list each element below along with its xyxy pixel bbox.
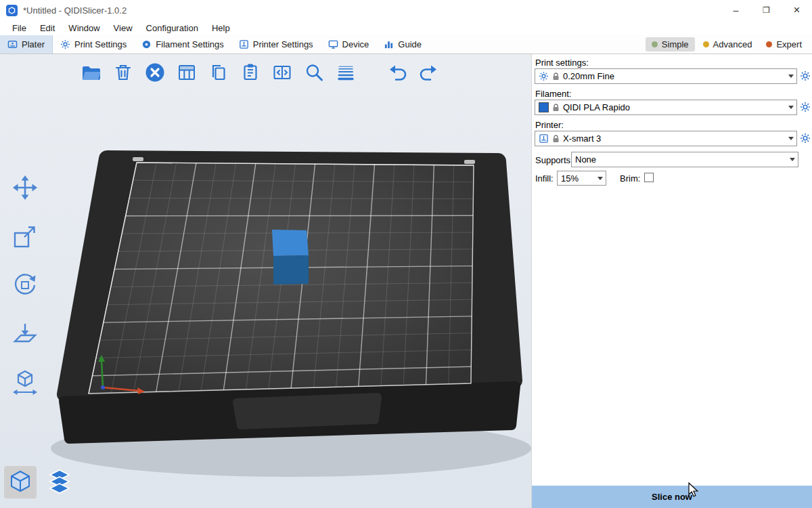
variable-layer-height-button[interactable] bbox=[333, 60, 359, 85]
printer-combo[interactable]: X-smart 3 bbox=[535, 131, 797, 146]
printer-value: X-smart 3 bbox=[563, 133, 601, 144]
printer-label: Printer: bbox=[535, 120, 564, 130]
guide-icon bbox=[384, 39, 394, 49]
tab-label: Guide bbox=[398, 39, 422, 49]
gear-icon bbox=[800, 133, 811, 144]
dropdown-arrow-icon bbox=[785, 100, 796, 114]
minimize-button[interactable]: – bbox=[721, 0, 751, 20]
delete-button[interactable] bbox=[110, 60, 136, 85]
open-button[interactable] bbox=[78, 60, 104, 85]
supports-label: Supports: bbox=[535, 155, 573, 165]
menu-help[interactable]: Help bbox=[205, 23, 237, 33]
window-controls: – ❐ × bbox=[721, 0, 812, 20]
split-button[interactable] bbox=[269, 60, 295, 85]
mode-advanced[interactable]: Advanced bbox=[697, 37, 759, 51]
tab-print-settings[interactable]: Print Settings bbox=[53, 35, 134, 54]
lock-icon bbox=[552, 72, 560, 81]
3d-view-cube-icon bbox=[7, 469, 34, 496]
filament-label: Filament: bbox=[535, 89, 571, 99]
plater-icon bbox=[7, 39, 18, 49]
mode-expert[interactable]: Expert bbox=[760, 37, 808, 51]
scale-tool-button[interactable] bbox=[8, 220, 42, 253]
menubar: File Edit Window View Configuration Help bbox=[0, 20, 812, 35]
slice-now-button[interactable]: Slice now bbox=[532, 486, 812, 508]
print-settings-value: 0.20mm Fine bbox=[563, 71, 614, 81]
tab-printer-settings[interactable]: Printer Settings bbox=[231, 35, 321, 54]
scale-icon bbox=[10, 221, 40, 251]
tab-label: Filament Settings bbox=[156, 39, 223, 49]
filament-gear-button[interactable] bbox=[798, 100, 812, 114]
expert-mode-dot-icon bbox=[766, 41, 772, 47]
brim-checkbox[interactable] bbox=[644, 173, 654, 182]
tab-plater[interactable]: Plater bbox=[0, 35, 53, 54]
print-settings-combo[interactable]: 0.20mm Fine bbox=[535, 68, 797, 84]
tab-label: Device bbox=[342, 39, 369, 49]
left-toolbar bbox=[8, 171, 42, 399]
simple-mode-dot-icon bbox=[652, 41, 658, 47]
delete-all-button[interactable] bbox=[142, 60, 168, 85]
menu-view[interactable]: View bbox=[107, 23, 139, 33]
titlebar: *Untitled - QIDISlicer-1.0.2 – ❐ × bbox=[0, 0, 812, 20]
dropdown-arrow-icon bbox=[785, 69, 796, 83]
lock-icon bbox=[552, 135, 560, 143]
menu-file[interactable]: File bbox=[5, 23, 33, 33]
place-on-face-tool-button[interactable] bbox=[8, 318, 42, 350]
lock-icon bbox=[552, 104, 560, 112]
mode-label: Advanced bbox=[713, 39, 752, 49]
viewport-3d[interactable] bbox=[0, 54, 531, 508]
settings-sidebar: Print settings: 0.20mm Fine Filament: QI… bbox=[531, 54, 812, 508]
layers-preview-button[interactable] bbox=[43, 466, 76, 499]
view-toolbar bbox=[4, 466, 76, 499]
rotate-icon bbox=[10, 270, 40, 300]
tab-label: Printer Settings bbox=[253, 39, 313, 49]
arrange-button[interactable] bbox=[174, 60, 200, 85]
variable-layer-height-icon bbox=[334, 60, 358, 85]
3d-view-button[interactable] bbox=[4, 466, 37, 499]
filament-combo[interactable]: QIDI PLA Rapido bbox=[535, 100, 797, 115]
undo-button[interactable] bbox=[384, 60, 410, 85]
place-on-face-icon bbox=[10, 319, 40, 349]
top-toolbar bbox=[78, 60, 442, 85]
search-button[interactable] bbox=[301, 60, 327, 85]
mode-label: Simple bbox=[662, 39, 689, 49]
window-title: *Untitled - QIDISlicer-1.0.2 bbox=[23, 5, 127, 16]
printer-gear-button[interactable] bbox=[798, 131, 812, 146]
paste-button[interactable] bbox=[238, 60, 263, 85]
menu-configuration[interactable]: Configuration bbox=[139, 23, 205, 33]
filament-color-swatch bbox=[539, 102, 549, 112]
move-icon bbox=[10, 173, 40, 203]
tab-filament-settings[interactable]: Filament Settings bbox=[134, 35, 231, 54]
model-cube[interactable] bbox=[272, 230, 309, 284]
supports-combo[interactable]: None bbox=[571, 152, 798, 167]
bed-handle bbox=[237, 397, 378, 425]
menu-edit[interactable]: Edit bbox=[33, 23, 62, 33]
tab-guide[interactable]: Guide bbox=[376, 35, 429, 54]
print-settings-gear-button[interactable] bbox=[798, 68, 812, 83]
move-tool-button[interactable] bbox=[8, 171, 42, 204]
delete-icon bbox=[111, 60, 135, 85]
redo-button[interactable] bbox=[416, 60, 442, 85]
dropdown-arrow-icon bbox=[785, 131, 796, 146]
infill-combo[interactable]: 15% bbox=[557, 171, 606, 186]
tab-label: Plater bbox=[22, 39, 45, 49]
mode-simple[interactable]: Simple bbox=[646, 37, 695, 51]
tabbar: Plater Print Settings Filament Settings … bbox=[0, 35, 812, 54]
search-icon bbox=[302, 60, 326, 85]
maximize-button[interactable]: ❐ bbox=[751, 0, 782, 20]
rotate-tool-button[interactable] bbox=[8, 269, 42, 301]
infill-label: Infill: bbox=[535, 173, 554, 184]
filament-value: QIDI PLA Rapido bbox=[563, 102, 630, 112]
device-icon bbox=[328, 39, 338, 49]
copy-button[interactable] bbox=[206, 60, 231, 85]
paste-icon bbox=[238, 60, 263, 85]
printer-icon bbox=[239, 39, 249, 49]
copy-icon bbox=[206, 60, 231, 85]
filament-icon bbox=[141, 39, 152, 49]
measure-tool-button[interactable] bbox=[8, 366, 42, 399]
tab-device[interactable]: Device bbox=[321, 35, 377, 54]
close-button[interactable]: × bbox=[782, 0, 812, 20]
gear-icon bbox=[800, 70, 811, 81]
dropdown-arrow-icon bbox=[786, 152, 798, 167]
mode-label: Expert bbox=[776, 39, 802, 49]
menu-window[interactable]: Window bbox=[62, 23, 106, 33]
